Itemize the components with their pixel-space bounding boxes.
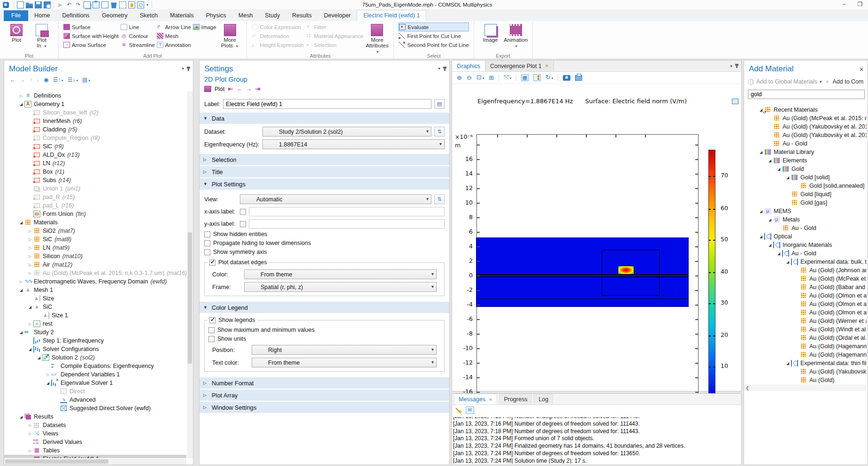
tree-item-rest[interactable]: ▷▲rest — [4, 320, 186, 328]
expander-icon[interactable]: ◢ — [758, 150, 764, 154]
last-solution-icon[interactable]: ⇥ — [255, 85, 260, 92]
pin-icon[interactable] — [736, 64, 737, 68]
expander-icon[interactable]: ◢ — [784, 260, 791, 264]
expander-icon[interactable]: ◢ — [784, 361, 791, 366]
expander-icon[interactable]: ▷ — [27, 237, 33, 242]
expander-icon[interactable]: ▷ — [18, 280, 24, 284]
view-dropdown[interactable]: Automatic — [240, 194, 431, 204]
next-solution-icon[interactable]: → — [246, 85, 252, 92]
arrow-surface-button[interactable]: Arrow Surface — [63, 40, 119, 49]
tree-item-silicon-base-left[interactable]: Silicon_base_left(r2) — [4, 108, 186, 117]
tab-graphics-window[interactable]: Graphics — [452, 61, 485, 71]
section-selection[interactable]: ▷Selection — [200, 154, 449, 165]
tab-file[interactable]: File — [4, 10, 28, 21]
tree-item-au-gold-mcpeak-et-al-2015-n-k-0-3-1-7-um[interactable]: ▷Au (Gold) (McPeak et al. 2015: n,k 0.3-… — [4, 269, 186, 277]
tree-item-gold-gas[interactable]: Gold [gas] — [744, 199, 867, 207]
go-to-view-button[interactable]: ⇅ — [434, 194, 445, 204]
tree-item-au-gold[interactable]: Au - Gold — [744, 139, 867, 148]
tree-item-inorganic-materials[interactable]: ◢Inorganic Materials — [744, 241, 867, 249]
tree-item-results[interactable]: ◢Results — [4, 413, 186, 421]
move-down-icon[interactable]: ↓ — [37, 76, 39, 83]
tree-item-ln[interactable]: ▷LN(mat9) — [4, 244, 186, 252]
close-tab-icon[interactable]: ✕ — [489, 397, 492, 402]
model-builder-hscrollbar[interactable] — [4, 458, 186, 465]
tab-physics[interactable]: Physics — [200, 10, 232, 21]
tab-geometry[interactable]: Geometry — [96, 10, 134, 21]
select-box-icon[interactable] — [119, 1, 126, 8]
move-up-icon[interactable]: ↑ — [30, 76, 32, 83]
expander-icon[interactable]: ▷ — [18, 94, 24, 98]
expander-icon[interactable]: ◢ — [27, 305, 33, 309]
print-icon[interactable] — [575, 75, 582, 81]
tab-log[interactable]: Log — [534, 394, 553, 405]
expander-icon[interactable]: ▷ — [27, 263, 33, 267]
section-window-settings[interactable]: ▷Window Settings — [200, 402, 449, 413]
tree-item-sic[interactable]: ◢▲SiC — [4, 303, 186, 311]
legend-position-dropdown[interactable]: Right — [252, 345, 437, 355]
section-title[interactable]: ▷Title — [200, 166, 449, 177]
tree-item-au-gold-olmon-et-al-20[interactable]: Au (Gold) (Olmon et al. 20 — [744, 308, 867, 317]
expander-icon[interactable]: ◢ — [758, 209, 764, 214]
tree-item-recent-materials[interactable]: ◢Recent Materials — [744, 106, 867, 114]
tree-item-solver-configurations[interactable]: ◢Solver Configurations — [4, 345, 186, 353]
open-file-icon[interactable] — [26, 1, 33, 8]
tree-item-advanced[interactable]: ↘Advanced — [4, 396, 186, 404]
expander-icon[interactable]: ▷ — [27, 449, 33, 453]
export-image-button[interactable]: Image — [478, 23, 503, 43]
tree-item-au-gold-hagemann-et[interactable]: Au (Gold) (Hagemann et — [744, 351, 867, 359]
tree-item-au-gold-babar-and-wea[interactable]: Au (Gold) (Babar and Wea — [744, 283, 867, 291]
model-tree-node-text-icon[interactable]: ▤▾ — [82, 76, 90, 83]
tree-item-au-gold-olmon-et-al-20[interactable]: Au (Gold) (Olmon et al. 20 — [744, 291, 867, 300]
tree-item-compile-equations-eigenfrequency[interactable]: auatCompile Equations: Eigenfrequency — [4, 362, 186, 370]
tree-item-dependent-variables-1[interactable]: ▷u,vDependent Variables 1 — [4, 370, 186, 379]
undo-icon[interactable]: ↶ — [66, 1, 73, 8]
tree-item-box[interactable]: Box(r1) — [4, 168, 186, 176]
image-plot-button[interactable]: Image — [193, 23, 216, 31]
pin-icon[interactable] — [444, 67, 446, 71]
more-plots-button[interactable]: MorePlots ▼ — [218, 23, 242, 49]
expander-icon[interactable]: ◢ — [18, 102, 24, 107]
section-number-format[interactable]: ▷Number Format — [200, 377, 449, 389]
section-color-legend[interactable]: ▼Color Legend — [200, 302, 449, 313]
pin-icon[interactable] — [188, 67, 189, 71]
expander-icon[interactable]: ◢ — [18, 288, 24, 292]
tree-item-optical[interactable]: ◢Optical — [744, 232, 867, 241]
expander-icon[interactable]: ◢ — [18, 221, 24, 225]
tree-item-material-library[interactable]: ◢Material Library — [744, 148, 867, 156]
tree-item-mems[interactable]: ◢μMEMS — [744, 207, 867, 215]
section-data[interactable]: ▼Data — [200, 113, 449, 124]
highlight-icon[interactable] — [128, 1, 135, 8]
more-attributes-button[interactable]: MoreAttributes ▼ — [365, 23, 389, 55]
save-as-icon[interactable] — [44, 1, 51, 8]
tree-item-air[interactable]: ▷Air(mat12) — [4, 260, 186, 269]
tree-item-au-gold-hagemann-et[interactable]: Au (Gold) (Hagemann et — [744, 342, 867, 351]
tree-item-gold-solid-annealed[interactable]: Gold [solid,annealed] — [744, 182, 867, 190]
tree-item-electromagnetic-waves-frequency-domain[interactable]: ▷∿∿Electromagnetic Waves, Frequency Doma… — [4, 277, 186, 286]
tab-home[interactable]: Home — [28, 10, 56, 21]
tree-item-form-union[interactable]: Form Union(fin) — [4, 210, 186, 218]
expander-icon[interactable]: ◢ — [27, 347, 33, 351]
section-plot-settings[interactable]: ▼Plot Settings — [200, 178, 449, 190]
tree-item-eigenvalue-solver-1[interactable]: ◢Eigenvalue Solver 1 — [4, 379, 186, 387]
tree-item-derived-values[interactable]: 8.85e-12Derived Values — [4, 438, 186, 446]
show-units-checkbox[interactable] — [208, 336, 215, 342]
surface-button[interactable]: Surface — [63, 23, 119, 31]
first-solution-icon[interactable]: ⇤ — [228, 85, 233, 92]
expander-icon[interactable]: ▷ — [27, 246, 33, 250]
propagate-hiding-checkbox[interactable] — [204, 240, 210, 246]
plot-in-button[interactable]: PlotIn ▼ — [30, 23, 54, 49]
new-file-icon[interactable] — [17, 1, 24, 8]
quick-access-dropdown-icon[interactable]: ▾ — [146, 3, 148, 7]
plot-area[interactable]: Eigenfrequency=1.8867E14 HzSurface: Elec… — [452, 84, 741, 391]
expander-icon[interactable]: ▷ — [27, 423, 33, 428]
settings-plot-button[interactable]: Plot — [215, 86, 225, 92]
tab-results[interactable]: Results — [286, 10, 318, 21]
expander-icon[interactable]: ◢ — [776, 167, 782, 171]
animation-button[interactable]: Animation▼ — [504, 23, 528, 49]
scene-light-icon[interactable]: ↻▾ — [545, 74, 553, 82]
add-material-hscrollbar[interactable]: ❮ — [744, 384, 867, 391]
show-legends-checkbox[interactable] — [209, 317, 215, 323]
close-tab-icon[interactable]: ✕ — [545, 63, 549, 69]
annotation-button[interactable]: Annotation — [157, 40, 191, 49]
tree-item-views[interactable]: ▷⤯Views — [4, 429, 186, 438]
